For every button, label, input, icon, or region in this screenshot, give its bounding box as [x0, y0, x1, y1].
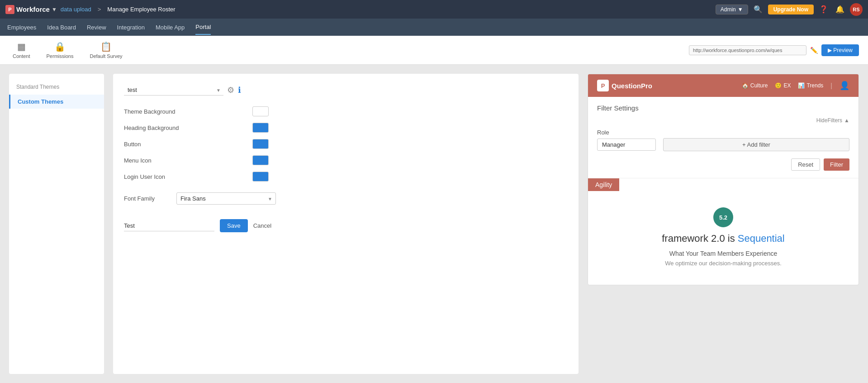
nav-integration[interactable]: Integration — [117, 20, 145, 34]
preview-nav-ex[interactable]: 🙂 EX — [775, 82, 791, 89]
sequential-text: Sequential — [738, 233, 785, 244]
second-nav: Employees Idea Board Review Integration … — [0, 19, 868, 36]
framework-title: framework 2.0 is Sequential — [597, 233, 849, 244]
theme-select[interactable]: test — [124, 85, 223, 96]
search-icon-button[interactable]: 🔍 — [752, 3, 764, 16]
main-content: Standard Themes Custom Themes test ⚙ ℹ T… — [0, 65, 868, 383]
hide-filters-row[interactable]: HideFilters ▲ — [597, 117, 849, 124]
theme-background-label: Theme Background — [124, 108, 175, 115]
login-user-icon-color[interactable] — [252, 172, 269, 182]
smile-icon: 🙂 — [775, 82, 782, 89]
reset-button[interactable]: Reset — [791, 158, 820, 171]
preview-header: P QuestionPro 🏠 Culture 🙂 EX 📊 Trends — [588, 74, 859, 97]
filter-content: Role + Add filter — [597, 129, 849, 151]
nav-employees[interactable]: Employees — [7, 20, 36, 34]
breadcrumb-current: Manage Employee Roster — [107, 6, 175, 13]
heading-background-color[interactable] — [252, 123, 269, 133]
theme-background-color[interactable] — [252, 106, 269, 116]
nav-divider: | — [830, 82, 832, 89]
qp-logo: P QuestionPro — [597, 80, 652, 91]
content-icon: ▦ — [17, 41, 26, 52]
agility-badge: Agility — [588, 178, 619, 191]
toolbar-default-survey[interactable]: 📋 Default Survey — [86, 39, 126, 61]
ex-label: EX — [783, 82, 791, 89]
menu-icon-row: Menu Icon — [124, 155, 269, 165]
preview-nav: 🏠 Culture 🙂 EX 📊 Trends | 👤 — [742, 81, 849, 91]
nav-mobile-app[interactable]: Mobile App — [156, 20, 185, 34]
font-family-row: Font Family Fira Sans — [124, 192, 568, 205]
url-edit-button[interactable]: ✏️ — [810, 47, 818, 54]
admin-button[interactable]: Admin ▼ — [716, 5, 748, 14]
preview-nav-culture[interactable]: 🏠 Culture — [742, 82, 768, 89]
filter-title: Filter Settings — [597, 104, 849, 112]
left-panel: Standard Themes Custom Themes — [9, 74, 104, 374]
framework-title-text: framework 2.0 is — [662, 233, 735, 244]
sidebar-item-custom-themes[interactable]: Custom Themes — [9, 95, 104, 109]
framework-content: 5.2 framework 2.0 is Sequential What You… — [588, 198, 859, 276]
top-bar-right: Admin ▼ 🔍 Upgrade Now ❓ 🔔 RS — [716, 3, 863, 16]
font-family-label: Font Family — [124, 195, 169, 202]
filter-role-area: Role — [597, 129, 656, 151]
heading-background-label: Heading Background — [124, 124, 179, 131]
url-input[interactable] — [689, 45, 806, 55]
breadcrumb-link[interactable]: data upload — [61, 6, 91, 13]
toolbar-permissions-label: Permissions — [47, 53, 74, 59]
upgrade-button[interactable]: Upgrade Now — [768, 5, 814, 14]
nav-review[interactable]: Review — [87, 20, 106, 34]
button-row: Button — [124, 139, 269, 149]
user-icon[interactable]: 👤 — [840, 81, 849, 91]
button-color[interactable] — [252, 139, 269, 149]
app-title: P Workforce ▼ — [5, 5, 57, 14]
test-row: Save Cancel — [124, 219, 568, 232]
filter-role-label: Role — [597, 129, 656, 136]
notification-icon-button[interactable]: 🔔 — [834, 3, 846, 16]
preview-nav-trends[interactable]: 📊 Trends — [798, 82, 823, 89]
add-filter-button[interactable]: + Add filter — [663, 138, 849, 151]
settings-icon[interactable]: ⚙ — [227, 85, 234, 95]
culture-label: Culture — [750, 82, 768, 89]
top-bar: P Workforce ▼ data upload > Manage Emplo… — [0, 0, 868, 19]
admin-label: Admin — [721, 6, 736, 13]
hide-filters-icon: ▲ — [844, 117, 849, 124]
login-user-icon-row: Login User Icon — [124, 172, 269, 182]
menu-icon-label: Menu Icon — [124, 157, 152, 164]
filter-button[interactable]: Filter — [824, 158, 849, 171]
menu-icon-color[interactable] — [252, 155, 269, 165]
toolbar-content[interactable]: ▦ Content — [9, 39, 34, 61]
permissions-icon: 🔒 — [54, 41, 66, 52]
app-title-arrow: ▼ — [52, 6, 57, 13]
info-icon[interactable]: ℹ — [238, 85, 241, 95]
help-icon-button[interactable]: ❓ — [817, 3, 830, 16]
save-button[interactable]: Save — [220, 219, 248, 232]
toolbar-permissions[interactable]: 🔒 Permissions — [43, 39, 77, 61]
theme-background-row: Theme Background — [124, 106, 269, 116]
preview-button[interactable]: ▶ Preview — [821, 44, 859, 56]
nav-portal[interactable]: Portal — [195, 20, 211, 35]
toolbar: ▦ Content 🔒 Permissions 📋 Default Survey… — [0, 36, 868, 65]
cancel-button[interactable]: Cancel — [253, 222, 271, 229]
p-logo-icon: P — [5, 5, 14, 14]
toolbar-right: ✏️ ▶ Preview — [689, 44, 859, 56]
heading-background-row: Heading Background — [124, 123, 269, 133]
test-input[interactable] — [124, 220, 214, 231]
framework-desc: We optimize our decision-making processe… — [597, 260, 849, 267]
button-label: Button — [124, 141, 141, 148]
toolbar-left: ▦ Content 🔒 Permissions 📋 Default Survey — [9, 39, 126, 61]
qp-logo-box: P — [597, 80, 609, 91]
admin-chevron-icon: ▼ — [738, 6, 743, 13]
standard-themes-title: Standard Themes — [9, 81, 104, 95]
filter-actions: Reset Filter — [597, 158, 849, 171]
avatar-button[interactable]: RS — [850, 3, 863, 16]
role-input[interactable] — [597, 139, 656, 151]
theme-select-wrap: test — [124, 85, 223, 96]
login-user-icon-label: Login User Icon — [124, 173, 165, 180]
right-panel: P QuestionPro 🏠 Culture 🙂 EX 📊 Trends — [588, 74, 859, 374]
qp-logo-text: QuestionPro — [612, 82, 652, 90]
chart-icon: 📊 — [798, 82, 805, 89]
preview-card: P QuestionPro 🏠 Culture 🙂 EX 📊 Trends — [588, 74, 859, 285]
middle-panel: test ⚙ ℹ Theme Background Heading Backgr… — [113, 74, 579, 374]
font-select-wrap: Fira Sans — [176, 192, 276, 205]
nav-idea-board[interactable]: Idea Board — [47, 20, 76, 34]
font-select[interactable]: Fira Sans — [176, 192, 276, 205]
home-icon: 🏠 — [742, 82, 749, 89]
